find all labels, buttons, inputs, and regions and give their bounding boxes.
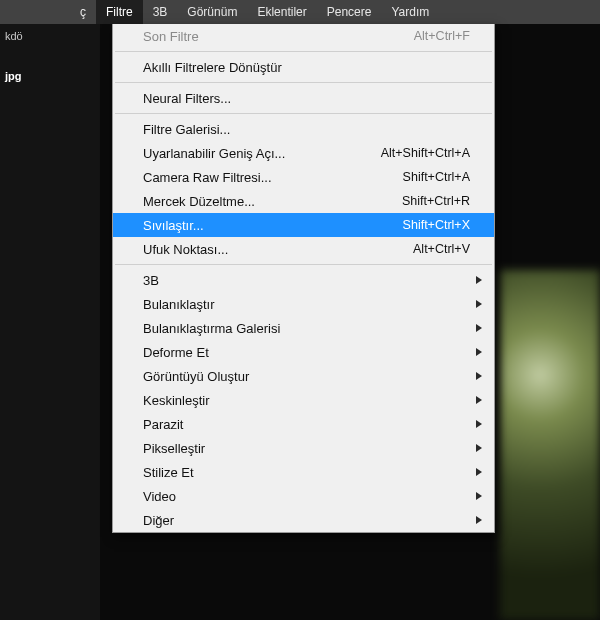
menu-item-label: Bulanıklaştır (143, 297, 215, 312)
menu-item-shortcut: Shift+Ctrl+A (403, 170, 470, 184)
menu-item-label: Video (143, 489, 176, 504)
menu-item[interactable]: Filtre Galerisi... (113, 117, 494, 141)
chevron-right-icon (476, 396, 482, 404)
menu-item: Son FiltreAlt+Ctrl+F (113, 24, 494, 48)
menu-yardim[interactable]: Yardım (381, 0, 439, 24)
menu-item[interactable]: Keskinleştir (113, 388, 494, 412)
menu-item-label: Stilize Et (143, 465, 194, 480)
bg-label-2: jpg (5, 70, 22, 82)
menu-item[interactable]: Deforme Et (113, 340, 494, 364)
menu-item[interactable]: Camera Raw Filtresi...Shift+Ctrl+A (113, 165, 494, 189)
menu-item-label: Keskinleştir (143, 393, 209, 408)
menu-item-label: Görüntüyü Oluştur (143, 369, 249, 384)
chevron-right-icon (476, 516, 482, 524)
menu-item-label: Pikselleştir (143, 441, 205, 456)
chevron-right-icon (476, 300, 482, 308)
menu-item-label: Bulanıklaştırma Galerisi (143, 321, 280, 336)
menu-filtre[interactable]: Filtre (96, 0, 143, 24)
menu-item-label: Filtre Galerisi... (143, 122, 230, 137)
menu-item[interactable]: 3B (113, 268, 494, 292)
menu-item-label: Camera Raw Filtresi... (143, 170, 272, 185)
menu-item[interactable]: Bulanıklaştırma Galerisi (113, 316, 494, 340)
menu-item[interactable]: Bulanıklaştır (113, 292, 494, 316)
menu-item[interactable]: Ufuk Noktası...Alt+Ctrl+V (113, 237, 494, 261)
menu-item-label: Mercek Düzeltme... (143, 194, 255, 209)
menubar-partial: ç (70, 0, 96, 24)
menu-item[interactable]: Mercek Düzeltme...Shift+Ctrl+R (113, 189, 494, 213)
menubar: ç Filtre 3B Görünüm Eklentiler Pencere Y… (0, 0, 600, 24)
menu-item[interactable]: Sıvılaştır...Shift+Ctrl+X (113, 213, 494, 237)
menu-item-label: Uyarlanabilir Geniş Açı... (143, 146, 285, 161)
app-window: ç Filtre 3B Görünüm Eklentiler Pencere Y… (0, 0, 600, 620)
chevron-right-icon (476, 492, 482, 500)
menu-item[interactable]: Uyarlanabilir Geniş Açı...Alt+Shift+Ctrl… (113, 141, 494, 165)
menu-gorunum[interactable]: Görünüm (177, 0, 247, 24)
menu-item[interactable]: Stilize Et (113, 460, 494, 484)
menu-item-label: Diğer (143, 513, 174, 528)
menu-item[interactable]: Neural Filters... (113, 86, 494, 110)
chevron-right-icon (476, 324, 482, 332)
menu-pencere[interactable]: Pencere (317, 0, 382, 24)
menu-item-label: Son Filtre (143, 29, 199, 44)
menu-item-label: Parazit (143, 417, 183, 432)
chevron-right-icon (476, 444, 482, 452)
menu-item-label: Ufuk Noktası... (143, 242, 228, 257)
menu-item-label: Deforme Et (143, 345, 209, 360)
menu-item-label: Sıvılaştır... (143, 218, 204, 233)
menu-item-shortcut: Shift+Ctrl+X (403, 218, 470, 232)
menu-item[interactable]: Diğer (113, 508, 494, 532)
chevron-right-icon (476, 420, 482, 428)
menu-separator (115, 51, 492, 52)
menu-separator (115, 264, 492, 265)
left-panel (0, 24, 100, 620)
menu-separator (115, 113, 492, 114)
bg-label-1: kdö (5, 30, 23, 42)
menu-item-label: Akıllı Filtrelere Dönüştür (143, 60, 282, 75)
chevron-right-icon (476, 372, 482, 380)
menu-item[interactable]: Akıllı Filtrelere Dönüştür (113, 55, 494, 79)
menu-item-shortcut: Alt+Ctrl+F (414, 29, 470, 43)
menu-item-shortcut: Alt+Shift+Ctrl+A (381, 146, 470, 160)
menu-item-label: Neural Filters... (143, 91, 231, 106)
chevron-right-icon (476, 348, 482, 356)
menu-eklentiler[interactable]: Eklentiler (247, 0, 316, 24)
menu-item-label: 3B (143, 273, 159, 288)
menu-item-shortcut: Shift+Ctrl+R (402, 194, 470, 208)
menu-3b[interactable]: 3B (143, 0, 178, 24)
menu-separator (115, 82, 492, 83)
menu-item[interactable]: Video (113, 484, 494, 508)
chevron-right-icon (476, 276, 482, 284)
chevron-right-icon (476, 468, 482, 476)
canvas-image (500, 270, 600, 620)
menu-item-shortcut: Alt+Ctrl+V (413, 242, 470, 256)
menu-item[interactable]: Görüntüyü Oluştur (113, 364, 494, 388)
filter-dropdown: Son FiltreAlt+Ctrl+FAkıllı Filtrelere Dö… (112, 24, 495, 533)
menu-item[interactable]: Parazit (113, 412, 494, 436)
menu-item[interactable]: Pikselleştir (113, 436, 494, 460)
